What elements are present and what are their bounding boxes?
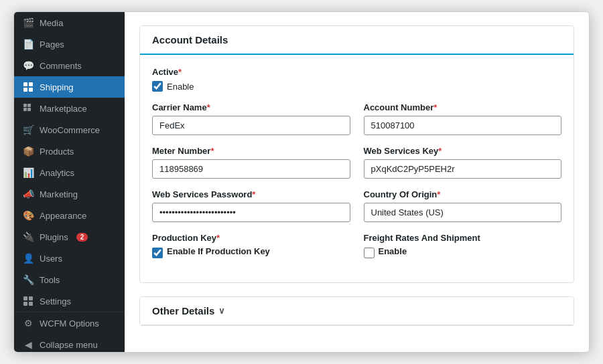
sidebar-item-woocommerce[interactable]: 🛒 WooCommerce (14, 119, 125, 141)
carrier-name-label: Carrier Name* (152, 102, 350, 112)
collapse-icon: ◀ (22, 339, 34, 351)
freight-rates-group: Freight Rates And Shipment Enable (364, 233, 562, 260)
svg-rect-8 (23, 296, 27, 300)
sidebar-item-appearance[interactable]: 🎨 Appearance (14, 205, 125, 226)
production-key-enable-checkbox[interactable] (152, 248, 163, 258)
web-services-password-group: Web Services Password* (152, 189, 350, 222)
sidebar-item-tools[interactable]: 🔧 Tools (14, 269, 125, 290)
sidebar-item-collapse-menu[interactable]: ◀ Collapse menu (14, 334, 125, 352)
country-of-origin-input[interactable] (364, 203, 562, 222)
svg-rect-0 (23, 82, 27, 86)
active-label: Active* (152, 67, 561, 77)
active-enable-row: Enable (152, 81, 561, 92)
web-services-password-label: Web Services Password* (152, 189, 350, 199)
meter-webkey-row: Meter Number* Web Services Key* (152, 146, 561, 179)
production-key-enable-label[interactable]: Enable If Production Key (167, 246, 270, 256)
products-icon: 📦 (22, 145, 34, 157)
svg-rect-5 (27, 104, 31, 107)
wcfm-icon: ⚙ (22, 317, 34, 329)
svg-rect-6 (23, 108, 27, 111)
sidebar-item-media[interactable]: 🎬 Media (14, 12, 125, 33)
pages-icon: 📄 (22, 38, 34, 50)
marketplace-icon (22, 102, 34, 114)
freight-enable-row: Enable (364, 246, 562, 260)
svg-rect-3 (29, 88, 33, 92)
svg-rect-9 (29, 296, 33, 300)
tools-icon: 🔧 (22, 274, 34, 286)
meter-number-label: Meter Number* (152, 146, 350, 156)
meter-number-group: Meter Number* (152, 146, 350, 179)
settings-icon (22, 295, 34, 307)
sidebar-item-marketing[interactable]: 📣 Marketing (14, 183, 125, 205)
country-of-origin-label: Country Of Origin* (364, 189, 562, 199)
sidebar-item-wcfm-options[interactable]: ⚙ WCFM Options (14, 312, 125, 334)
sidebar-item-settings[interactable]: Settings (14, 290, 125, 312)
plugins-icon: 🔌 (22, 231, 34, 243)
svg-rect-10 (23, 302, 27, 306)
sidebar-item-pages[interactable]: 📄 Pages (14, 33, 125, 55)
active-section: Active* Enable (152, 67, 561, 92)
sidebar-item-plugins[interactable]: 🔌 Plugins 2 (14, 226, 125, 248)
svg-rect-4 (23, 104, 27, 107)
freight-rates-label: Freight Rates And Shipment (364, 233, 562, 243)
shipping-icon (22, 81, 34, 93)
account-number-group: Account Number* (364, 102, 562, 135)
country-of-origin-group: Country Of Origin* (364, 189, 562, 222)
production-key-enable-row: Enable If Production Key (152, 246, 350, 260)
account-details-section: Account Details Active* Enable (139, 25, 574, 283)
sidebar-item-shipping[interactable]: Shipping (14, 76, 125, 98)
other-details-chevron-icon: ∨ (218, 306, 225, 316)
web-services-key-input[interactable] (364, 159, 562, 179)
marketing-icon: 📣 (22, 188, 34, 200)
meter-number-input[interactable] (152, 159, 350, 179)
main-content: Account Details Active* Enable (125, 12, 589, 352)
password-country-row: Web Services Password* Country Of Origin… (152, 189, 561, 222)
freight-enable-label[interactable]: Enable (379, 246, 407, 256)
active-enable-label[interactable]: Enable (167, 82, 194, 92)
carrier-name-group: Carrier Name* (152, 102, 350, 135)
account-details-header: Account Details (140, 26, 574, 55)
production-key-label: Production Key* (152, 233, 350, 243)
svg-rect-1 (29, 82, 33, 86)
users-icon: 👤 (22, 252, 34, 264)
svg-rect-2 (23, 88, 27, 92)
sidebar-item-products[interactable]: 📦 Products (14, 141, 125, 162)
production-freight-row: Production Key* Enable If Production Key… (152, 233, 561, 260)
svg-rect-11 (29, 302, 33, 306)
woocommerce-icon: 🛒 (22, 124, 34, 136)
carrier-name-input[interactable] (152, 116, 350, 135)
comments-icon: 💬 (22, 60, 34, 72)
sidebar-item-analytics[interactable]: 📊 Analytics (14, 162, 125, 183)
web-services-password-input[interactable] (152, 203, 350, 222)
sidebar-item-marketplace[interactable]: Marketplace (14, 98, 125, 119)
freight-enable-checkbox[interactable] (364, 248, 375, 258)
media-icon: 🎬 (22, 17, 34, 29)
appearance-icon: 🎨 (22, 209, 34, 221)
other-details-header[interactable]: Other Details ∨ (140, 297, 574, 325)
active-enable-checkbox[interactable] (152, 81, 163, 92)
account-number-label: Account Number* (364, 102, 562, 112)
analytics-icon: 📊 (22, 167, 34, 179)
sidebar-item-users[interactable]: 👤 Users (14, 248, 125, 269)
web-services-key-group: Web Services Key* (364, 146, 562, 179)
web-services-key-label: Web Services Key* (364, 146, 562, 156)
account-details-body: Active* Enable Carrier Name* (140, 55, 574, 282)
sidebar: 🎬 Media 📄 Pages 💬 Comments Shipping (14, 12, 125, 352)
sidebar-item-comments[interactable]: 💬 Comments (14, 55, 125, 76)
carrier-account-row: Carrier Name* Account Number* (152, 102, 561, 135)
production-key-group: Production Key* Enable If Production Key (152, 233, 350, 260)
plugins-badge: 2 (76, 233, 88, 242)
other-details-section: Other Details ∨ (139, 296, 574, 326)
account-number-input[interactable] (364, 116, 562, 135)
svg-rect-7 (27, 108, 31, 111)
